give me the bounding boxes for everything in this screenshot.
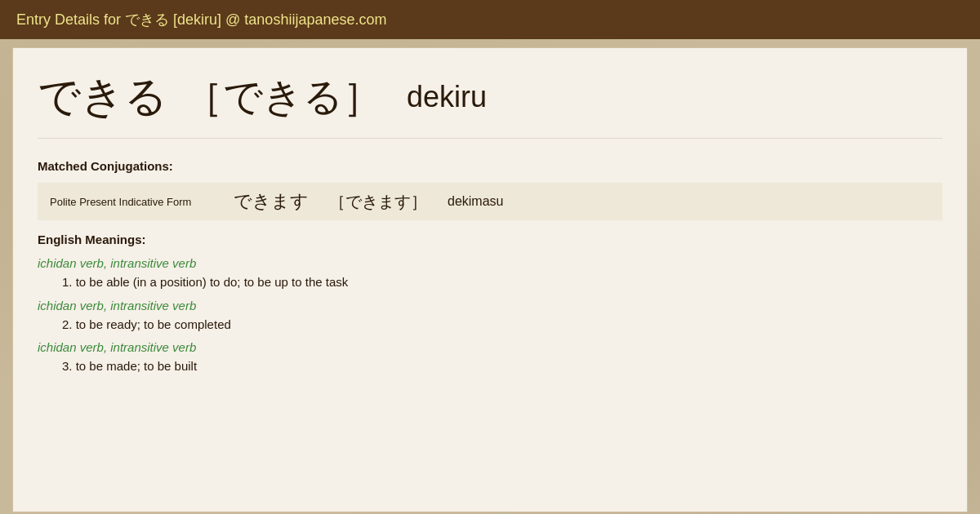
- word-reading: ［できる］: [184, 71, 382, 123]
- meaning-number-1: 1.: [62, 275, 73, 289]
- meaning-item-3: 3. to be made; to be built: [38, 357, 942, 376]
- header-text: Entry Details for できる [dekiru] @ tanoshi…: [16, 11, 386, 28]
- conj-romaji: dekimasu: [448, 194, 503, 209]
- pos-tag-2: ichidan verb, intransitive verb: [38, 299, 942, 312]
- word-romaji: dekiru: [407, 80, 487, 114]
- word-japanese: できる: [38, 69, 167, 126]
- conj-reading: ［できます］: [329, 191, 427, 213]
- meaning-number-2: 2.: [62, 317, 73, 331]
- meaning-number-3: 3.: [62, 359, 73, 373]
- pos-tag-1: ichidan verb, intransitive verb: [38, 256, 942, 270]
- main-content: できる ［できる］ dekiru Matched Conjugations: P…: [12, 47, 968, 512]
- conjugation-row: Polite Present Indicative Form できます ［できま…: [38, 183, 942, 220]
- pos-tag-3: ichidan verb, intransitive verb: [38, 340, 942, 354]
- meaning-text-1: to be able (in a position) to do; to be …: [76, 275, 349, 289]
- word-title: できる ［できる］ dekiru: [38, 69, 942, 139]
- conj-japanese: できます: [234, 189, 309, 214]
- matched-conjugations-label: Matched Conjugations:: [38, 159, 942, 173]
- meaning-text-2: to be ready; to be completed: [76, 317, 231, 331]
- meaning-text-3: to be made; to be built: [76, 359, 197, 373]
- meaning-item-1: 1. to be able (in a position) to do; to …: [38, 273, 942, 292]
- header-bar: Entry Details for できる [dekiru] @ tanoshi…: [0, 0, 980, 39]
- meanings-section: English Meanings: ichidan verb, intransi…: [38, 233, 942, 376]
- english-meanings-label: English Meanings:: [38, 233, 942, 246]
- conj-form-label: Polite Present Indicative Form: [50, 196, 213, 208]
- meaning-item-2: 2. to be ready; to be completed: [38, 316, 942, 335]
- matched-conjugations-section: Matched Conjugations: Polite Present Ind…: [38, 159, 942, 220]
